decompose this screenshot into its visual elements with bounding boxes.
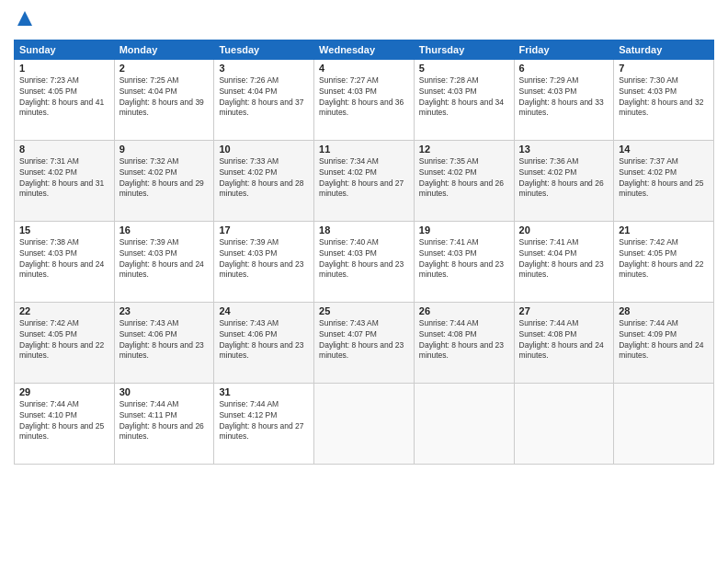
- day-info: Sunrise: 7:25 AMSunset: 4:04 PMDaylight:…: [119, 75, 210, 120]
- day-info: Sunrise: 7:44 AMSunset: 4:10 PMDaylight:…: [19, 399, 109, 443]
- calendar-cell: 25 Sunrise: 7:43 AMSunset: 4:07 PMDaylig…: [314, 302, 415, 383]
- day-number: 6: [519, 63, 609, 74]
- calendar-cell: 2 Sunrise: 7:25 AMSunset: 4:04 PMDayligh…: [114, 59, 214, 140]
- calendar-cell: 13 Sunrise: 7:36 AMSunset: 4:02 PMDaylig…: [514, 140, 614, 221]
- svg-marker-0: [17, 11, 32, 26]
- day-info: Sunrise: 7:40 AMSunset: 4:03 PMDaylight:…: [319, 237, 409, 282]
- weekday-header-monday: Monday: [114, 40, 214, 59]
- day-number: 26: [419, 305, 509, 316]
- day-number: 25: [319, 305, 409, 316]
- day-number: 18: [319, 224, 409, 236]
- day-number: 9: [119, 144, 210, 155]
- day-info: Sunrise: 7:41 AMSunset: 4:04 PMDaylight:…: [519, 237, 609, 282]
- calendar-cell: 26 Sunrise: 7:44 AMSunset: 4:08 PMDaylig…: [414, 302, 514, 383]
- calendar-cell: 23 Sunrise: 7:43 AMSunset: 4:06 PMDaylig…: [114, 302, 214, 383]
- day-number: 24: [219, 305, 309, 316]
- calendar-cell: 15 Sunrise: 7:38 AMSunset: 4:03 PMDaylig…: [15, 221, 115, 302]
- calendar-cell: 20 Sunrise: 7:41 AMSunset: 4:04 PMDaylig…: [514, 221, 614, 302]
- day-info: Sunrise: 7:39 AMSunset: 4:03 PMDaylight:…: [119, 237, 210, 282]
- day-number: 5: [419, 63, 509, 74]
- day-info: Sunrise: 7:42 AMSunset: 4:05 PMDaylight:…: [19, 318, 109, 362]
- calendar-cell: 24 Sunrise: 7:43 AMSunset: 4:06 PMDaylig…: [214, 302, 314, 383]
- day-number: 8: [19, 144, 109, 155]
- day-number: 1: [19, 63, 109, 74]
- day-info: Sunrise: 7:44 AMSunset: 4:08 PMDaylight:…: [419, 318, 509, 362]
- day-number: 16: [119, 224, 210, 236]
- weekday-header-tuesday: Tuesday: [214, 40, 314, 59]
- day-info: Sunrise: 7:29 AMSunset: 4:03 PMDaylight:…: [519, 75, 609, 120]
- day-info: Sunrise: 7:33 AMSunset: 4:02 PMDaylight:…: [219, 156, 309, 201]
- calendar-week-2: 8 Sunrise: 7:31 AMSunset: 4:02 PMDayligh…: [15, 140, 714, 221]
- calendar-cell: 30 Sunrise: 7:44 AMSunset: 4:11 PMDaylig…: [114, 383, 214, 464]
- day-number: 14: [619, 144, 709, 155]
- day-number: 31: [219, 386, 309, 397]
- logo-text: [14, 9, 34, 32]
- calendar-cell: 1 Sunrise: 7:23 AMSunset: 4:05 PMDayligh…: [15, 59, 115, 140]
- calendar-cell: 18 Sunrise: 7:40 AMSunset: 4:03 PMDaylig…: [314, 221, 415, 302]
- day-info: Sunrise: 7:30 AMSunset: 4:03 PMDaylight:…: [619, 75, 709, 120]
- calendar-cell: 14 Sunrise: 7:37 AMSunset: 4:02 PMDaylig…: [614, 140, 714, 221]
- calendar-cell: 19 Sunrise: 7:41 AMSunset: 4:03 PMDaylig…: [414, 221, 514, 302]
- calendar-cell: 29 Sunrise: 7:44 AMSunset: 4:10 PMDaylig…: [15, 383, 115, 464]
- day-number: 17: [219, 224, 309, 236]
- day-info: Sunrise: 7:44 AMSunset: 4:11 PMDaylight:…: [119, 399, 210, 443]
- weekday-header-wednesday: Wednesday: [314, 40, 415, 59]
- day-number: 28: [619, 305, 709, 316]
- day-number: 3: [219, 63, 309, 74]
- day-number: 11: [319, 144, 409, 155]
- calendar-cell: 27 Sunrise: 7:44 AMSunset: 4:08 PMDaylig…: [514, 302, 614, 383]
- day-number: 12: [419, 144, 509, 155]
- calendar-cell: 3 Sunrise: 7:26 AMSunset: 4:04 PMDayligh…: [214, 59, 314, 140]
- calendar-cell: 17 Sunrise: 7:39 AMSunset: 4:03 PMDaylig…: [214, 221, 314, 302]
- calendar-cell: 6 Sunrise: 7:29 AMSunset: 4:03 PMDayligh…: [514, 59, 614, 140]
- day-info: Sunrise: 7:39 AMSunset: 4:03 PMDaylight:…: [219, 237, 309, 282]
- page: SundayMondayTuesdayWednesdayThursdayFrid…: [0, 0, 728, 563]
- day-info: Sunrise: 7:43 AMSunset: 4:06 PMDaylight:…: [119, 318, 210, 362]
- calendar-cell: 21 Sunrise: 7:42 AMSunset: 4:05 PMDaylig…: [614, 221, 714, 302]
- calendar-cell: [514, 383, 614, 464]
- calendar-cell: 28 Sunrise: 7:44 AMSunset: 4:09 PMDaylig…: [614, 302, 714, 383]
- header: [14, 9, 714, 32]
- calendar-cell: 10 Sunrise: 7:33 AMSunset: 4:02 PMDaylig…: [214, 140, 314, 221]
- day-info: Sunrise: 7:26 AMSunset: 4:04 PMDaylight:…: [219, 75, 309, 120]
- day-number: 19: [419, 224, 509, 236]
- day-info: Sunrise: 7:44 AMSunset: 4:09 PMDaylight:…: [619, 318, 709, 362]
- day-number: 15: [19, 224, 109, 236]
- day-info: Sunrise: 7:43 AMSunset: 4:06 PMDaylight:…: [219, 318, 309, 362]
- day-number: 20: [519, 224, 609, 236]
- day-number: 27: [519, 305, 609, 316]
- day-info: Sunrise: 7:23 AMSunset: 4:05 PMDaylight:…: [19, 75, 109, 120]
- calendar-cell: [614, 383, 714, 464]
- day-number: 23: [119, 305, 210, 316]
- calendar-cell: 31 Sunrise: 7:44 AMSunset: 4:12 PMDaylig…: [214, 383, 314, 464]
- calendar-cell: 5 Sunrise: 7:28 AMSunset: 4:03 PMDayligh…: [414, 59, 514, 140]
- calendar-cell: 22 Sunrise: 7:42 AMSunset: 4:05 PMDaylig…: [15, 302, 115, 383]
- weekday-header-thursday: Thursday: [414, 40, 514, 59]
- day-number: 10: [219, 144, 309, 155]
- calendar-cell: 9 Sunrise: 7:32 AMSunset: 4:02 PMDayligh…: [114, 140, 214, 221]
- day-info: Sunrise: 7:35 AMSunset: 4:02 PMDaylight:…: [419, 156, 509, 201]
- day-info: Sunrise: 7:44 AMSunset: 4:12 PMDaylight:…: [219, 399, 309, 443]
- weekday-header-friday: Friday: [514, 40, 614, 59]
- day-info: Sunrise: 7:37 AMSunset: 4:02 PMDaylight:…: [619, 156, 709, 201]
- calendar-cell: 8 Sunrise: 7:31 AMSunset: 4:02 PMDayligh…: [15, 140, 115, 221]
- calendar-week-5: 29 Sunrise: 7:44 AMSunset: 4:10 PMDaylig…: [15, 383, 714, 464]
- calendar-table: SundayMondayTuesdayWednesdayThursdayFrid…: [14, 40, 714, 465]
- day-info: Sunrise: 7:31 AMSunset: 4:02 PMDaylight:…: [19, 156, 109, 201]
- day-info: Sunrise: 7:28 AMSunset: 4:03 PMDaylight:…: [419, 75, 509, 120]
- weekday-header-sunday: Sunday: [15, 40, 115, 59]
- day-info: Sunrise: 7:38 AMSunset: 4:03 PMDaylight:…: [19, 237, 109, 282]
- calendar-cell: 12 Sunrise: 7:35 AMSunset: 4:02 PMDaylig…: [414, 140, 514, 221]
- logo: [14, 9, 34, 32]
- day-number: 13: [519, 144, 609, 155]
- day-number: 4: [319, 63, 409, 74]
- calendar-week-4: 22 Sunrise: 7:42 AMSunset: 4:05 PMDaylig…: [15, 302, 714, 383]
- calendar-week-3: 15 Sunrise: 7:38 AMSunset: 4:03 PMDaylig…: [15, 221, 714, 302]
- logo-icon: [16, 9, 34, 28]
- day-info: Sunrise: 7:42 AMSunset: 4:05 PMDaylight:…: [619, 237, 709, 282]
- day-info: Sunrise: 7:43 AMSunset: 4:07 PMDaylight:…: [319, 318, 409, 362]
- day-info: Sunrise: 7:34 AMSunset: 4:02 PMDaylight:…: [319, 156, 409, 201]
- day-info: Sunrise: 7:44 AMSunset: 4:08 PMDaylight:…: [519, 318, 609, 362]
- day-number: 7: [619, 63, 709, 74]
- weekday-header-row: SundayMondayTuesdayWednesdayThursdayFrid…: [15, 40, 714, 59]
